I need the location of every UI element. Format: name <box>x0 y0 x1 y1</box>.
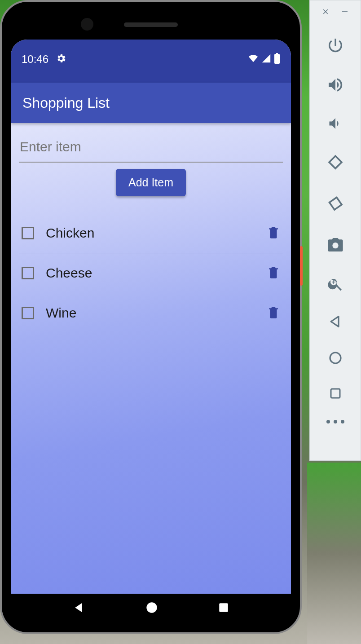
delete-icon[interactable] <box>267 224 280 242</box>
item-label: Chicken <box>46 225 255 241</box>
nav-home-icon[interactable] <box>145 601 158 616</box>
zoom-icon[interactable] <box>310 265 361 303</box>
nav-overview-icon[interactable] <box>218 602 229 615</box>
delete-icon[interactable] <box>267 264 280 282</box>
list-item: Cheese <box>19 253 283 293</box>
close-icon[interactable] <box>321 8 330 18</box>
item-input[interactable] <box>19 132 283 163</box>
nav-back-icon[interactable] <box>72 601 86 616</box>
minimize-icon[interactable] <box>341 8 349 18</box>
add-item-button[interactable]: Add Item <box>116 169 186 196</box>
delete-icon[interactable] <box>267 304 280 322</box>
desktop-background <box>307 463 361 644</box>
svg-point-3 <box>146 602 157 613</box>
camera-icon[interactable] <box>310 225 361 265</box>
power-button-edge <box>300 246 303 286</box>
power-icon[interactable] <box>310 26 361 65</box>
signal-icon <box>261 53 271 65</box>
item-list: Chicken Cheese Wine <box>11 196 291 333</box>
emulator-toolbar <box>309 0 361 461</box>
back-icon[interactable] <box>310 303 361 340</box>
app-bar: Shopping List <box>11 83 291 123</box>
svg-rect-2 <box>331 389 340 398</box>
more-icon[interactable] <box>326 411 344 432</box>
checkbox[interactable] <box>22 307 34 319</box>
item-label: Wine <box>46 305 255 321</box>
phone-screen: 10:46 Shopping List Add Item <box>11 40 291 595</box>
svg-point-1 <box>330 353 341 363</box>
battery-icon <box>274 53 280 66</box>
svg-rect-4 <box>220 603 229 612</box>
status-time: 10:46 <box>22 53 48 66</box>
svg-rect-0 <box>342 11 348 12</box>
input-area: Add Item <box>11 123 291 196</box>
app-title: Shopping List <box>22 95 110 111</box>
item-label: Cheese <box>46 265 255 281</box>
front-camera <box>81 18 93 31</box>
android-nav-bar <box>11 594 291 623</box>
status-bar: 10:46 <box>11 40 291 83</box>
phone-frame: 10:46 Shopping List Add Item <box>0 0 302 634</box>
wifi-icon <box>248 53 259 65</box>
volume-down-icon[interactable] <box>310 105 361 142</box>
list-item: Wine <box>19 293 283 333</box>
settings-gear-icon <box>56 53 66 66</box>
checkbox[interactable] <box>22 227 34 239</box>
earpiece <box>124 22 178 27</box>
volume-up-icon[interactable] <box>310 65 361 105</box>
overview-icon[interactable] <box>310 376 361 411</box>
rotate-right-icon[interactable] <box>310 184 361 225</box>
checkbox[interactable] <box>22 267 34 279</box>
home-icon[interactable] <box>310 340 361 376</box>
rotate-left-icon[interactable] <box>310 142 361 184</box>
list-item: Chicken <box>19 213 283 253</box>
